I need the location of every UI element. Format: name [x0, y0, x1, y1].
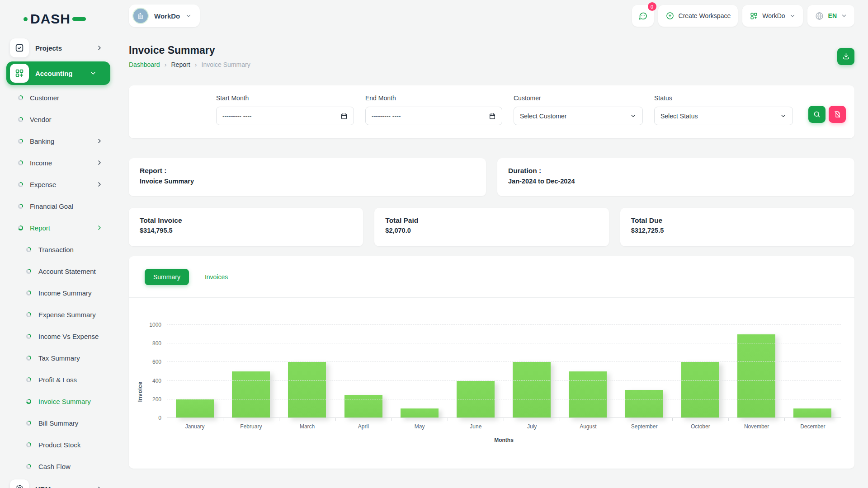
x-tick-label-march: March — [279, 423, 335, 430]
bar-may[interactable] — [401, 408, 439, 418]
app-switcher-button[interactable]: WorkDo — [742, 5, 802, 27]
language-label: EN — [828, 12, 837, 19]
chart-x-axis-title: Months — [167, 437, 841, 443]
language-button[interactable]: EN — [807, 5, 854, 27]
sidebar-item-product-stock[interactable]: Product Stock — [0, 434, 117, 455]
chart-y-axis-label: Invoice — [137, 381, 143, 402]
bar-slot-august — [560, 325, 616, 418]
building-icon — [136, 11, 145, 20]
sidebar-item-income[interactable]: Income — [0, 152, 117, 174]
totals-row: Total Invoice $314,795.5 Total Paid $2,0… — [129, 208, 854, 246]
brand-logo[interactable]: DASH — [0, 6, 117, 32]
bar-slot-september — [616, 325, 672, 418]
invoice-bar-chart: Invoice 02004006008001000 JanuaryFebruar… — [167, 325, 841, 443]
calendar-icon[interactable] — [340, 113, 348, 120]
sidebar-item-transaction[interactable]: Transaction — [0, 239, 117, 260]
page-head: Invoice Summary Dashboard › Report › Inv… — [129, 44, 854, 68]
sidebar-item-account-statement[interactable]: Account Statement — [0, 260, 117, 282]
start-month-input[interactable]: --------- ---- — [216, 107, 354, 125]
bullet-icon — [26, 442, 31, 447]
bar-april[interactable] — [344, 395, 382, 418]
sidebar-item-bill-summary[interactable]: Bill Summary — [0, 412, 117, 434]
sidebar-item-label: Income Vs Expense — [38, 333, 103, 340]
sidebar-item-label: Income — [30, 159, 96, 167]
bar-november[interactable] — [737, 334, 775, 418]
page-title: Invoice Summary — [129, 44, 250, 56]
y-tick-label: 1000 — [143, 322, 161, 328]
bar-october[interactable] — [681, 362, 719, 418]
bullet-icon — [18, 225, 23, 230]
gridline-1000: 1000 — [167, 324, 841, 325]
bullet-icon — [26, 356, 31, 361]
grid-plus-icon — [10, 64, 29, 83]
x-tick-label-december: December — [785, 423, 841, 430]
grid-plus-icon — [750, 12, 758, 20]
sidebar-item-accounting[interactable]: Accounting — [6, 61, 110, 85]
reset-filter-button[interactable] — [829, 106, 846, 123]
bar-march[interactable] — [288, 362, 326, 418]
y-tick-label: 200 — [143, 396, 161, 403]
customer-select[interactable]: Select Customer — [514, 107, 643, 125]
sidebar-item-hrm[interactable]: HRM — [0, 477, 117, 488]
search-button[interactable] — [808, 106, 826, 123]
end-month-group: End Month --------- ---- — [365, 94, 502, 125]
chart-tabs: Summary Invoices — [129, 269, 854, 285]
tab-summary[interactable]: Summary — [145, 269, 189, 285]
breadcrumb: Dashboard › Report › Invoice Summary — [129, 61, 250, 68]
breadcrumb-report[interactable]: Report — [171, 61, 190, 68]
chevron-down-icon — [789, 13, 796, 19]
workspace-switcher[interactable]: WorkDo — [129, 5, 200, 27]
sidebar-item-label: Projects — [35, 44, 96, 52]
sidebar-item-banking[interactable]: Banking — [0, 130, 117, 152]
status-select[interactable]: Select Status — [654, 107, 793, 125]
chevron-down-icon — [630, 113, 637, 119]
bullet-icon — [26, 464, 31, 469]
bar-july[interactable] — [513, 362, 551, 418]
sidebar-item-income-vs-expense[interactable]: Income Vs Expense — [0, 325, 117, 347]
bar-january[interactable] — [176, 399, 214, 418]
download-button[interactable] — [837, 48, 854, 65]
sidebar-item-expense[interactable]: Expense — [0, 174, 117, 195]
bar-august[interactable] — [569, 371, 607, 418]
create-workspace-button[interactable]: Create Workspace — [658, 5, 738, 27]
bar-february[interactable] — [232, 371, 270, 418]
bar-september[interactable] — [625, 390, 663, 418]
customer-label: Customer — [514, 94, 643, 102]
bullet-icon — [26, 399, 31, 404]
sidebar-item-cash-flow[interactable]: Cash Flow — [0, 455, 117, 477]
total-due-value: $312,725.5 — [631, 227, 844, 234]
y-tick-label: 0 — [143, 415, 161, 421]
sidebar-item-invoice-summary[interactable]: Invoice Summary — [0, 390, 117, 412]
sidebar-item-profit-loss[interactable]: Profit & Loss — [0, 369, 117, 390]
bar-december[interactable] — [793, 408, 831, 418]
sidebar-item-expense-summary[interactable]: Expense Summary — [0, 304, 117, 325]
chevron-right-icon — [96, 181, 103, 188]
sidebar-item-customer[interactable]: Customer — [0, 87, 117, 108]
sidebar-item-label: Banking — [30, 137, 96, 145]
sidebar-item-label: HRM — [35, 485, 96, 488]
sidebar-item-financial-goal[interactable]: Financial Goal — [0, 195, 117, 217]
calendar-icon[interactable] — [489, 113, 496, 120]
total-invoice-value: $314,795.5 — [140, 227, 352, 234]
sidebar-nav: ProjectsAccountingCustomerVendorBankingI… — [0, 36, 117, 488]
breadcrumb-dashboard[interactable]: Dashboard — [129, 61, 160, 68]
bar-slot-february — [223, 325, 279, 418]
bullet-icon — [18, 160, 23, 165]
bullet-icon — [18, 204, 23, 209]
end-month-input[interactable]: --------- ---- — [365, 107, 502, 125]
bullet-icon — [18, 95, 23, 100]
y-tick-label: 800 — [143, 340, 161, 347]
status-selected-value: Select Status — [660, 113, 698, 120]
sidebar-item-vendor[interactable]: Vendor — [0, 108, 117, 130]
sidebar-item-tax-summary[interactable]: Tax Summary — [0, 347, 117, 369]
plus-circle-icon — [665, 11, 675, 20]
tab-invoices[interactable]: Invoices — [196, 269, 236, 285]
chart-bars — [167, 325, 841, 418]
x-tick-label-may: May — [392, 423, 448, 430]
x-tick-label-june: June — [448, 423, 504, 430]
sidebar-item-income-summary[interactable]: Income Summary — [0, 282, 117, 304]
sidebar-item-report[interactable]: Report — [0, 217, 117, 239]
sidebar-item-projects[interactable]: Projects — [0, 36, 117, 60]
messages-button[interactable]: 0 — [632, 5, 654, 27]
filter-actions — [808, 106, 846, 123]
